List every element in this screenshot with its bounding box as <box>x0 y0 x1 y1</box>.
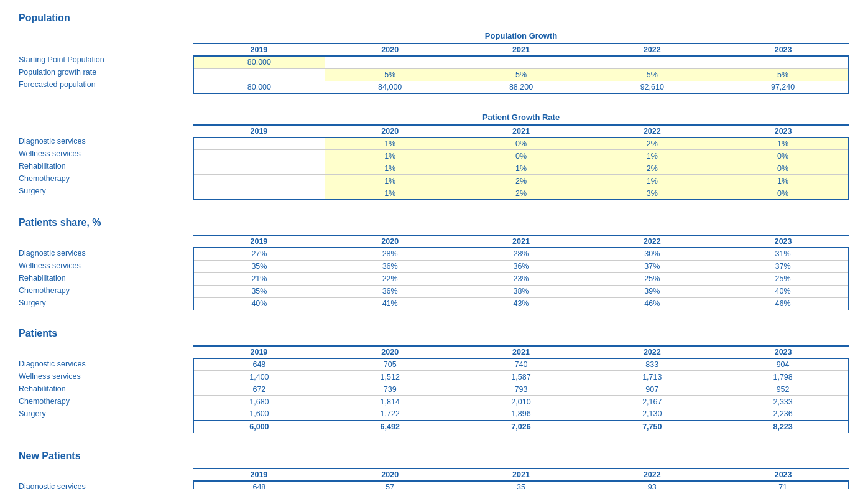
cell <box>193 162 325 175</box>
cell: 30% <box>586 248 718 260</box>
year-2022: 2022 <box>586 44 718 56</box>
cell: 1% <box>325 187 456 200</box>
ps-table: 2019 2020 2021 2022 2023 27% 28% 28% 30%… <box>193 235 849 310</box>
label-diagnostic: Diagnostic services <box>19 135 193 147</box>
table-row: 1% 2% 1% 1% <box>193 175 849 187</box>
population-tbody: 80,000 5% 5% 5% 5% 80,000 <box>193 56 849 93</box>
table-row: 80,000 84,000 88,200 92,610 97,240 <box>193 81 849 93</box>
label-population-growth-rate: Population growth rate <box>19 66 193 78</box>
label-starting-population: Starting Point Population <box>19 54 193 66</box>
total-cell: 7,750 <box>586 421 718 433</box>
pat-year-header: 2019 2020 2021 2022 2023 <box>193 346 849 358</box>
patients-share-section: Patients share, % Diagnostic services We… <box>19 217 849 310</box>
cell: 23% <box>456 272 587 285</box>
cell: 0% <box>718 162 849 175</box>
cell: 28% <box>325 248 456 260</box>
label-rehabilitation: Rehabilitation <box>19 272 193 284</box>
cell: 0% <box>456 137 587 150</box>
label-surgery: Surgery <box>19 185 193 197</box>
cell: 1% <box>325 150 456 162</box>
table-row: 672 739 793 907 952 <box>193 383 849 396</box>
pgr-table: Patient Growth Rate 2019 2020 2021 2022 … <box>193 111 849 200</box>
year-2020: 2020 <box>325 44 456 56</box>
total-cell: 6,492 <box>325 421 456 433</box>
cell: 22% <box>325 272 456 285</box>
cell: 1,798 <box>718 371 849 383</box>
table-row: 1% 0% 1% 0% <box>193 150 849 162</box>
population-labels: Starting Point Population Population gro… <box>19 30 193 91</box>
table-row: 27% 28% 28% 30% 31% <box>193 248 849 260</box>
ps-year-header: 2019 2020 2021 2022 2023 <box>193 235 849 248</box>
cell: 2% <box>456 187 587 200</box>
year-2019: 2019 <box>193 235 325 248</box>
label-total-spacer <box>19 420 193 432</box>
population-table-title: Population Growth <box>193 30 849 44</box>
total-cell: 6,000 <box>193 421 325 433</box>
cell: 97,240 <box>718 81 849 93</box>
population-section: Population Starting Point Population Pop… <box>19 12 849 94</box>
label-forecasted-population: Forecasted population <box>19 78 193 91</box>
cell: 833 <box>586 358 718 371</box>
year-2023: 2023 <box>718 125 849 137</box>
label-chemotherapy: Chemotherapy <box>19 395 193 408</box>
cell: 1,814 <box>325 396 456 408</box>
cell: 1,713 <box>586 371 718 383</box>
cell: 1,400 <box>193 371 325 383</box>
label-rehabilitation: Rehabilitation <box>19 383 193 395</box>
cell: 2,333 <box>718 396 849 408</box>
cell <box>193 187 325 200</box>
cell: 57 <box>325 481 456 490</box>
cell: 1,722 <box>325 408 456 421</box>
cell: 38% <box>456 285 587 297</box>
patients-share-title: Patients share, % <box>19 217 849 228</box>
cell: 0% <box>718 150 849 162</box>
new-patients-section: New Patients Diagnostic services Wellnes… <box>19 450 849 490</box>
table-row: 1% 1% 2% 0% <box>193 162 849 175</box>
cell <box>456 56 587 68</box>
cell: 28% <box>456 248 587 260</box>
year-2020: 2020 <box>325 468 456 481</box>
cell <box>325 56 456 68</box>
year-2021: 2021 <box>456 125 587 137</box>
label-wellness: Wellness services <box>19 147 193 160</box>
ps-tbody: 27% 28% 28% 30% 31% 35% 36% 36% 37% 37% <box>193 248 849 310</box>
cell: 1,587 <box>456 371 587 383</box>
table-row: 1,600 1,722 1,896 2,130 2,236 <box>193 408 849 421</box>
pgr-labels: Diagnostic services Wellness services Re… <box>19 111 193 197</box>
cell: 793 <box>456 383 587 396</box>
cell: 46% <box>586 297 718 310</box>
cell: 3% <box>586 187 718 200</box>
cell: 1% <box>456 162 587 175</box>
cell: 1% <box>325 175 456 187</box>
cell: 2,010 <box>456 396 587 408</box>
cell: 36% <box>325 260 456 272</box>
cell: 1% <box>586 175 718 187</box>
patients-section: Patients Diagnostic services Wellness se… <box>19 328 849 433</box>
cell: 25% <box>718 272 849 285</box>
population-table-wrap: Population Growth 2019 2020 2021 2022 20… <box>193 30 849 94</box>
table-row: 1% 0% 2% 1% <box>193 137 849 150</box>
cell: 907 <box>586 383 718 396</box>
cell: 1% <box>718 137 849 150</box>
cell: 705 <box>325 358 456 371</box>
population-table: Population Growth 2019 2020 2021 2022 20… <box>193 30 849 94</box>
pgr-table-title: Patient Growth Rate <box>193 111 849 125</box>
cell: 37% <box>586 260 718 272</box>
cell: 40% <box>718 285 849 297</box>
cell: 43% <box>456 297 587 310</box>
year-2022: 2022 <box>586 468 718 481</box>
label-surgery: Surgery <box>19 408 193 420</box>
cell: 31% <box>718 248 849 260</box>
ps-table-wrap: 2019 2020 2021 2022 2023 27% 28% 28% 30%… <box>193 235 849 310</box>
cell: 40% <box>193 297 325 310</box>
cell: 952 <box>718 383 849 396</box>
cell: 39% <box>586 285 718 297</box>
year-2020: 2020 <box>325 125 456 137</box>
cell: 1% <box>325 137 456 150</box>
year-2023: 2023 <box>718 44 849 56</box>
cell: 1% <box>325 162 456 175</box>
cell: 648 <box>193 358 325 371</box>
table-row: 5% 5% 5% 5% <box>193 68 849 81</box>
total-cell: 8,223 <box>718 421 849 433</box>
cell: 5% <box>456 68 587 81</box>
